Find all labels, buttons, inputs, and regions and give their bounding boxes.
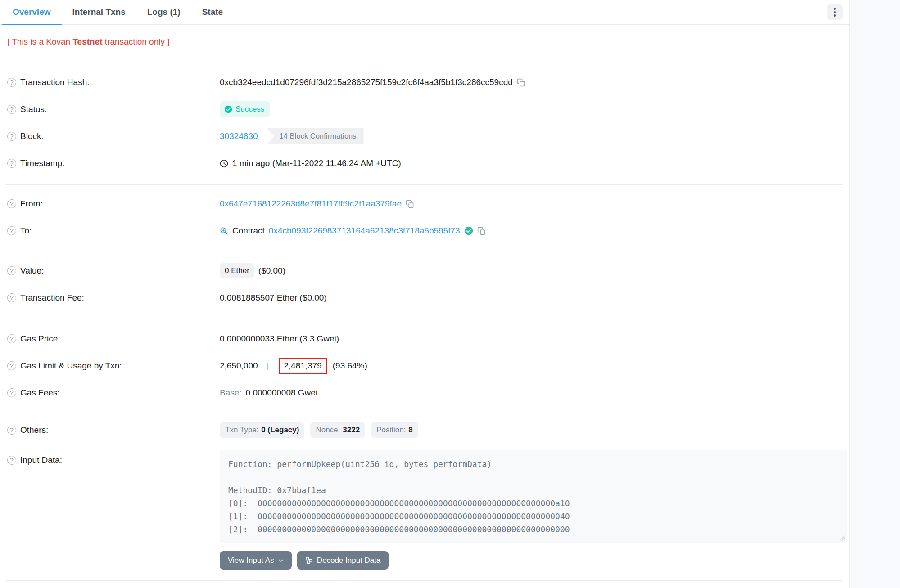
help-icon[interactable]: ? <box>7 426 16 435</box>
txn-type-value: 0 (Legacy) <box>261 426 299 435</box>
from-address-link[interactable]: 0x647e7168122263d8e7f81f17fff9c2f1aa379f… <box>220 199 402 209</box>
input-data-actions: View Input As Decode Input Data <box>220 551 847 570</box>
tab-internal-txns-label: Internal Txns <box>72 7 126 17</box>
verified-check-icon <box>464 226 473 235</box>
gas-fees-base-value: 0.000000008 Gwei <box>246 388 318 398</box>
status-badge: Success <box>220 101 270 117</box>
decode-cubes-icon <box>305 557 313 564</box>
resize-handle-icon[interactable] <box>840 535 845 541</box>
help-icon[interactable]: ? <box>7 266 16 275</box>
testnet-notice: [ This is a Kovan Testnet transaction on… <box>0 25 849 61</box>
transaction-details-page: Overview Internal Txns Logs (1) State [ … <box>0 0 900 588</box>
position-label: Position: <box>376 426 406 435</box>
help-icon[interactable]: ? <box>7 132 16 141</box>
position-badge: Position: 8 <box>371 422 418 438</box>
tab-logs[interactable]: Logs (1) <box>136 0 191 24</box>
view-input-as-button[interactable]: View Input As <box>220 551 292 570</box>
section-value-fee: ? Value: 0 Ether ($0.00) ? Transaction F… <box>0 250 849 319</box>
magnifier-plus-icon[interactable] <box>220 227 228 235</box>
value-label: Value: <box>20 266 44 276</box>
row-gas-price: ? Gas Price: 0.0000000033 Ether (3.3 Gwe… <box>7 325 842 352</box>
help-icon[interactable]: ? <box>7 334 16 343</box>
transaction-hash-value: 0xcb324eedcd1d07296fdf3d215a2865275f159c… <box>220 77 513 87</box>
transaction-fee-label: Transaction Fee: <box>20 293 84 303</box>
copy-hash-button[interactable] <box>517 78 525 87</box>
tab-logs-label: Logs (1) <box>147 7 181 17</box>
help-icon[interactable]: ? <box>7 105 16 114</box>
gas-limit-label: Gas Limit & Usage by Txn: <box>20 361 122 371</box>
timestamp-label: Timestamp: <box>20 158 65 168</box>
tab-bar: Overview Internal Txns Logs (1) State <box>0 0 849 25</box>
section-others-input: ? Others: Txn Type: 0 (Legacy) Nonce: 32… <box>0 413 849 580</box>
gas-fees-base-label: Base: <box>220 388 242 398</box>
timestamp-value: 1 min ago (Mar-11-2022 11:46:24 AM +UTC) <box>232 158 401 168</box>
to-contract-word: Contract <box>232 226 265 236</box>
help-icon[interactable]: ? <box>7 293 16 302</box>
view-input-as-label: View Input As <box>228 556 274 565</box>
block-confirmations-badge: 14 Block Confirmations <box>267 128 364 144</box>
txn-type-badge: Txn Type: 0 (Legacy) <box>220 422 304 438</box>
row-transaction-fee: ? Transaction Fee: 0.0081885507 Ether ($… <box>7 284 842 311</box>
help-icon[interactable]: ? <box>7 159 16 168</box>
tab-overview[interactable]: Overview <box>2 0 62 24</box>
row-to: ? To: Contract 0x4cb093f226983713164a621… <box>7 217 842 244</box>
others-label: Others: <box>20 425 48 435</box>
row-gas-fees: ? Gas Fees: Base: 0.000000008 Gwei <box>7 379 842 406</box>
chevron-down-icon <box>278 558 284 563</box>
status-value: Success <box>235 105 264 114</box>
nonce-label: Nonce: <box>316 426 340 435</box>
to-address-link[interactable]: 0x4cb093f226983713164a62138c3f718a5b595f… <box>269 226 460 236</box>
help-icon[interactable]: ? <box>7 456 16 465</box>
nonce-badge: Nonce: 3222 <box>310 422 365 438</box>
clock-icon <box>220 159 228 168</box>
copy-to-button[interactable] <box>477 227 486 235</box>
input-data-content: Function: performUpkeep(uint256 id, byte… <box>228 458 839 536</box>
row-input-data: ? Input Data: Function: performUpkeep(ui… <box>7 450 842 570</box>
help-icon[interactable]: ? <box>7 226 16 235</box>
copy-icon <box>406 200 414 208</box>
section-gas: ? Gas Price: 0.0000000033 Ether (3.3 Gwe… <box>0 319 849 413</box>
section-overview-top: ? Transaction Hash: 0xcb324eedcd1d07296f… <box>0 61 849 184</box>
block-number-link[interactable]: 30324830 <box>220 131 258 141</box>
section-addresses: ? From: 0x647e7168122263d8e7f81f17fff9c2… <box>0 185 849 250</box>
from-label: From: <box>20 199 43 209</box>
copy-icon <box>477 227 486 235</box>
status-label: Status: <box>20 104 47 114</box>
notice-prefix: [ This is a Kovan <box>7 37 72 46</box>
gas-limit-separator: | <box>267 361 269 371</box>
highlight-box: 2,481,379 <box>279 358 327 374</box>
copy-from-button[interactable] <box>406 200 414 208</box>
tab-internal-txns[interactable]: Internal Txns <box>62 0 136 24</box>
notice-suffix: transaction only ] <box>103 37 170 46</box>
value-usd: ($0.00) <box>258 266 285 276</box>
more-options-button[interactable] <box>827 4 843 20</box>
help-icon[interactable]: ? <box>7 199 16 208</box>
row-from: ? From: 0x647e7168122263d8e7f81f17fff9c2… <box>7 190 842 217</box>
copy-icon <box>517 78 525 87</box>
help-icon[interactable]: ? <box>7 78 16 87</box>
row-gas-limit-usage: ? Gas Limit & Usage by Txn: 2,650,000 | … <box>7 352 842 379</box>
tab-overview-label: Overview <box>13 7 51 17</box>
kebab-icon <box>834 8 836 10</box>
gas-used-percent: (93.64%) <box>333 361 367 371</box>
block-label: Block: <box>20 131 44 141</box>
gas-used-value: 2,481,379 <box>284 361 322 371</box>
transaction-fee-value: 0.0081885507 Ether ($0.00) <box>220 293 327 303</box>
help-icon[interactable]: ? <box>7 361 16 370</box>
tab-state[interactable]: State <box>191 0 234 24</box>
decode-input-data-button[interactable]: Decode Input Data <box>297 551 389 570</box>
notice-bold: Testnet <box>72 37 102 46</box>
row-transaction-hash: ? Transaction Hash: 0xcb324eedcd1d07296f… <box>7 69 842 96</box>
value-amount-badge: 0 Ether <box>220 263 254 278</box>
input-data-textarea[interactable]: Function: performUpkeep(uint256 id, byte… <box>220 450 847 543</box>
help-icon[interactable]: ? <box>7 388 16 397</box>
tab-state-label: State <box>202 7 223 17</box>
to-label: To: <box>20 226 32 236</box>
row-others: ? Others: Txn Type: 0 (Legacy) Nonce: 32… <box>7 417 842 443</box>
decode-input-data-label: Decode Input Data <box>317 556 381 565</box>
content-card: Overview Internal Txns Logs (1) State [ … <box>0 0 850 588</box>
row-status: ? Status: Success <box>7 96 842 123</box>
check-circle-icon <box>224 105 232 113</box>
nonce-value: 3222 <box>343 426 360 435</box>
row-value: ? Value: 0 Ether ($0.00) <box>7 257 842 284</box>
